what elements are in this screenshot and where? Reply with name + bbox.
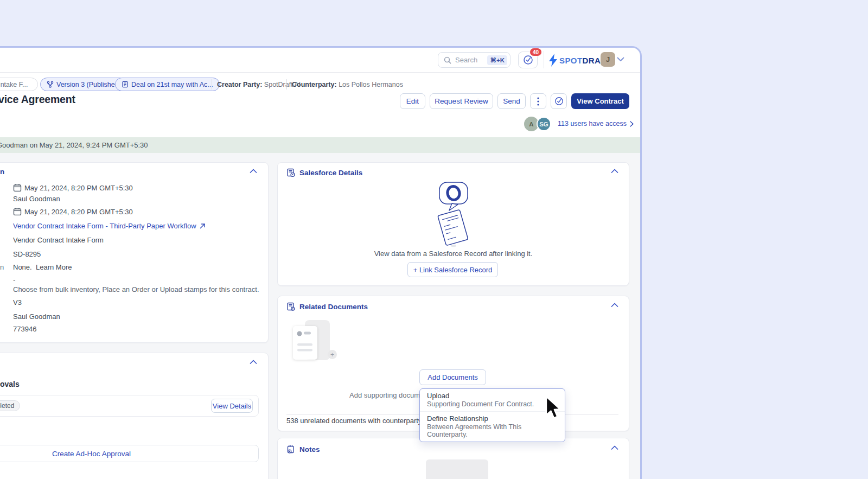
none-value: None. — [13, 263, 32, 271]
approvals-title-fragment: ovals — [0, 380, 20, 388]
menu-item-upload-description: Supporting Document For Contract. — [427, 400, 558, 408]
menu-item-upload-label: Upload — [427, 392, 558, 400]
menu-item-define-relationship-description: Between Agreements With This Counterpart… — [427, 423, 558, 438]
details-collapse-chevron-up-icon[interactable] — [250, 169, 257, 174]
related-documents-title: Related Documents — [299, 303, 368, 311]
details-card-title-fragment: n — [0, 168, 4, 176]
menu-item-define-relationship-label: Define Relationship — [427, 414, 558, 423]
salesforce-collapse-chevron-up-icon[interactable] — [611, 169, 618, 174]
counterparty-value: Los Pollos Hermanos — [339, 81, 403, 88]
created-by: Saul Goodman — [13, 195, 60, 203]
related-documents-collapse-chevron-up-icon[interactable] — [611, 303, 618, 308]
link-salesforce-record-button[interactable]: + Link Salesforce Record — [407, 262, 498, 277]
intake-chip-label: ct Intake F... — [0, 81, 28, 88]
add-document-plus-icon: + — [328, 350, 337, 359]
check-circle-icon — [523, 55, 533, 65]
users-access-label: 113 users have access — [558, 120, 627, 127]
notes-title: Notes — [299, 445, 320, 454]
page-title: vice Agreement — [0, 93, 75, 106]
form-name: Vendor Contract Intake Form — [13, 236, 104, 244]
users-access-link[interactable]: 113 users have access — [558, 120, 634, 127]
search-icon — [444, 56, 451, 64]
topbar-separator — [544, 51, 544, 68]
version-value: V3 — [13, 298, 22, 306]
learn-more-link[interactable]: Learn More — [36, 263, 72, 271]
creator-party: Creator Party: SpotDraft AI — [217, 81, 301, 88]
approval-status-badge: ompleted — [0, 400, 20, 411]
view-details-button[interactable]: View Details — [211, 399, 253, 413]
spotdraft-bolt-icon — [547, 53, 559, 67]
contract-id: SD-8295 — [13, 250, 41, 258]
unrelated-documents-text: 538 unrelated documents with counterpart… — [286, 417, 422, 425]
mouse-cursor-icon — [544, 395, 564, 420]
notes-collapse-chevron-up-icon[interactable] — [611, 445, 618, 450]
check-circle-icon — [554, 97, 564, 106]
menu-item-define-relationship[interactable]: Define Relationship Between Agreements W… — [420, 411, 565, 442]
calendar-icon — [13, 207, 22, 216]
updated-date: May 21, 2024, 8:20 PM GMT+5:30 — [24, 208, 133, 216]
status-banner-text: Goodman on May 21, 2024, 9:24 PM GMT+5:3… — [0, 141, 148, 149]
details-label-fragment: n — [0, 263, 4, 271]
profile-chevron-down-icon[interactable] — [617, 57, 624, 62]
request-review-button[interactable]: Request Review — [430, 93, 493, 109]
add-documents-button[interactable]: Add Documents — [419, 369, 486, 385]
version-icon — [47, 81, 54, 88]
meta-separator-2 — [286, 79, 287, 90]
salesforce-card-title: Salesforce Details — [299, 169, 362, 177]
owner-value: Saul Goodman — [13, 312, 60, 321]
counterparty: Counterparty: Los Pollos Hermanos — [292, 81, 403, 88]
deal-chip-label: Deal on 21st may with Ac... — [131, 81, 213, 88]
deal-chip[interactable]: Deal on 21st may with Ac... — [115, 78, 220, 91]
search-placeholder: Search — [455, 56, 483, 64]
created-date: May 21, 2024, 8:20 PM GMT+5:30 — [24, 184, 133, 192]
create-adhoc-approval-button[interactable]: Create Ad-Hoc Approval — [0, 445, 259, 462]
notes-icon — [286, 445, 296, 454]
meta-separator — [212, 79, 212, 90]
salesforce-description: View data from a Salesforce Record after… — [277, 250, 629, 258]
workflow-link-label: Vendor Contract Intake Form - Third-Part… — [13, 222, 196, 230]
chevron-right-icon — [630, 121, 634, 127]
creator-party-label: Creator Party: — [217, 81, 262, 88]
menu-item-upload[interactable]: Upload Supporting Document For Contract. — [420, 389, 565, 411]
calendar-icon — [13, 183, 22, 192]
salesforce-illustration — [425, 181, 481, 248]
avatar-sg[interactable]: SG — [537, 117, 551, 131]
stamps-text: Choose from bulk inventory, Place an Ord… — [13, 285, 259, 293]
edit-button[interactable]: Edit — [400, 93, 425, 109]
topbar-divider — [0, 72, 640, 73]
workflow-link[interactable]: Vendor Contract Intake Form - Third-Part… — [13, 222, 206, 230]
brand-first: SPOT — [559, 56, 582, 65]
breadcrumb-intake-chip[interactable]: ct Intake F... — [0, 78, 38, 91]
document-icon — [122, 81, 129, 88]
view-contract-button[interactable]: View Contract — [571, 93, 629, 109]
search-input[interactable]: Search ⌘+K — [438, 52, 510, 68]
supporting-documents-text: Add supporting docume — [349, 391, 424, 399]
number-value: 773946 — [13, 325, 36, 333]
counterparty-label: Counterparty: — [292, 81, 337, 88]
send-button[interactable]: Send — [497, 93, 526, 109]
notes-illustration-placeholder — [426, 459, 488, 479]
version-chip[interactable]: Version 3 (Published) — [40, 78, 127, 91]
external-link-icon — [200, 223, 206, 229]
user-avatar[interactable]: J — [601, 52, 615, 67]
documents-illustration-front-card — [293, 326, 317, 360]
more-actions-button[interactable] — [530, 93, 546, 109]
dash-value: - — [13, 276, 15, 284]
page: Search ⌘+K 40 SPOTDRAFT J ct Intake F...… — [0, 0, 868, 479]
kebab-icon — [537, 97, 539, 106]
search-shortcut-badge: ⌘+K — [487, 55, 507, 65]
version-chip-label: Version 3 (Published) — [56, 81, 121, 88]
approvals-collapse-chevron-up-icon[interactable] — [250, 360, 257, 365]
approval-status-button[interactable] — [551, 93, 567, 109]
related-documents-icon — [286, 302, 296, 311]
salesforce-record-icon — [286, 168, 296, 177]
notification-count-badge: 40 — [529, 48, 542, 56]
